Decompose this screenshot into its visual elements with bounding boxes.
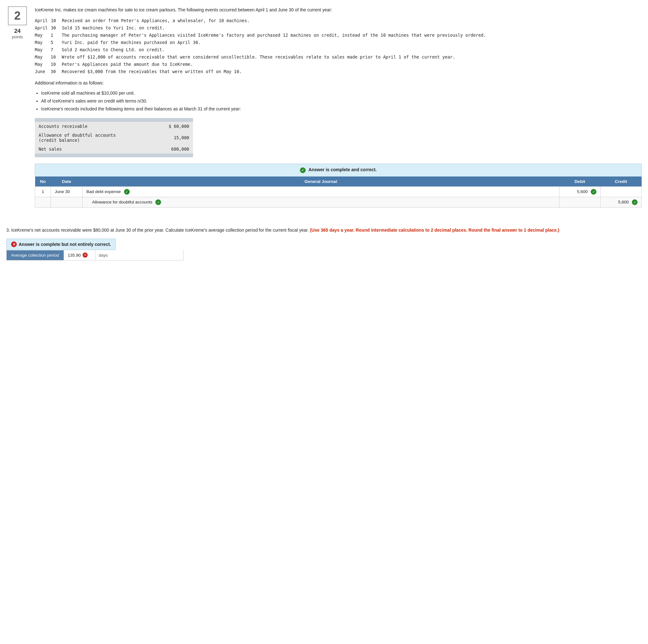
balance-row: Accounts receivable $ 60,000 xyxy=(35,122,193,131)
question-number: 2 xyxy=(14,9,20,22)
points-label: points xyxy=(12,35,23,39)
question-number-badge: 2 xyxy=(8,6,27,25)
event-day: 10 xyxy=(51,53,59,61)
journal-debit: 5,600 ✓ xyxy=(559,186,600,197)
description-check-icon: ✓ xyxy=(155,199,161,205)
event-month: April xyxy=(35,24,48,32)
balance-label: Allowance of doubtful accounts (credit b… xyxy=(35,131,136,145)
q3-instruction: (Use 365 days a year. Round intermediate… xyxy=(310,227,559,232)
x-icon: ✕ xyxy=(11,241,17,247)
event-desc: The purchasing manager of Peter's Applia… xyxy=(62,32,642,39)
col-no: No xyxy=(35,176,51,187)
balance-value: 15,000 xyxy=(136,131,193,145)
question-2-block: 2 24 points IceKreme Inc. makes ice crea… xyxy=(6,6,642,217)
answer-banner-correct: ✓ Answer is complete and correct. xyxy=(35,164,642,176)
credit-check-icon: ✓ xyxy=(632,199,638,205)
bullet-item: IceKreme sold all machines at $10,000 pe… xyxy=(41,89,642,97)
journal-header-row: No Date General Journal Debit Credit xyxy=(35,176,642,187)
event-desc: Sold 15 machines to Yuri Inc. on credit. xyxy=(62,24,642,32)
event-day: 30 xyxy=(51,68,59,75)
journal-date: June 30 xyxy=(51,186,83,197)
journal-no: 1 xyxy=(35,186,51,197)
balance-value: 600,000 xyxy=(136,145,193,154)
event-desc: Recovered $3,000 from the receivables th… xyxy=(62,68,642,75)
question-3-block: 3. IceKreme's net accounts receivable we… xyxy=(6,227,642,260)
balance-label: Net sales xyxy=(35,145,136,154)
event-row: May 10 Peter's Appliances paid the amoun… xyxy=(35,61,642,68)
journal-no xyxy=(35,197,51,207)
event-row: June 30 Recovered $3,000 from the receiv… xyxy=(35,68,642,75)
journal-credit xyxy=(600,186,642,197)
event-month: April xyxy=(35,17,48,24)
col-date: Date xyxy=(51,176,83,187)
balance-row: Net sales 600,000 xyxy=(35,145,193,154)
event-day: 10 xyxy=(51,61,59,68)
event-day: 5 xyxy=(51,39,59,46)
events-list: April 10 Received an order from Peter's … xyxy=(35,17,642,75)
journal-description-indented: Allowance for doubtful accounts ✓ xyxy=(83,197,559,207)
q3-text-before: 3. IceKreme's net accounts receivable we… xyxy=(6,227,309,232)
journal-row: 1 June 30 Bad debt expense ✓ 5,600 ✓ xyxy=(35,186,642,197)
event-row: May 7 Sold 2 machines to Cheng Ltd. on c… xyxy=(35,46,642,53)
check-icon: ✓ xyxy=(300,167,306,173)
event-row: May 1 The purchasing manager of Peter's … xyxy=(35,32,642,39)
journal-date xyxy=(51,197,83,207)
answer-value: 135.90 xyxy=(68,253,81,258)
journal-credit: 5,600 ✓ xyxy=(600,197,642,207)
col-debit: Debit xyxy=(559,176,600,187)
journal-debit xyxy=(559,197,600,207)
event-month: May xyxy=(35,39,48,46)
balance-value: $ 60,000 xyxy=(136,122,193,131)
answer-x-icon: ✕ xyxy=(83,253,88,258)
event-day: 10 xyxy=(51,17,59,24)
event-desc: Peter's Appliances paid the amount due t… xyxy=(62,61,642,68)
balance-table: Accounts receivable $ 60,000 Allowance o… xyxy=(35,118,193,157)
answer-label: Average collection period xyxy=(7,250,64,260)
event-month: June xyxy=(35,68,48,75)
additional-info-label: Additional information is as follows: xyxy=(35,80,642,86)
col-credit: Credit xyxy=(600,176,642,187)
event-row: April 30 Sold 15 machines to Yuri Inc. o… xyxy=(35,24,642,32)
event-desc: Yuri Inc. paid for the machines purchase… xyxy=(62,39,642,46)
question-2-content: IceKreme Inc. makes ice cream machines f… xyxy=(35,6,642,217)
event-month: May xyxy=(35,61,48,68)
event-month: May xyxy=(35,53,48,61)
bullet-item: All of IceKreme's sales were on credit w… xyxy=(41,97,642,105)
col-general-journal: General Journal xyxy=(83,176,559,187)
q3-text: 3. IceKreme's net accounts receivable we… xyxy=(6,227,642,233)
answer-value-cell[interactable]: 135.90 ✕ xyxy=(64,250,95,260)
description-check-icon: ✓ xyxy=(124,189,130,195)
points-value: 24 xyxy=(14,28,20,35)
event-desc: Received an order from Peter's Appliance… xyxy=(62,17,642,24)
partial-answer-banner: ✕ Answer is complete but not entirely co… xyxy=(6,238,116,250)
partial-banner-text: Answer is complete but not entirely corr… xyxy=(19,242,111,247)
answer-banner-text: Answer is complete and correct. xyxy=(309,167,377,172)
event-day: 30 xyxy=(51,24,59,32)
event-month: May xyxy=(35,32,48,39)
event-day: 7 xyxy=(51,46,59,53)
answer-row: Average collection period 135.90 ✕ days xyxy=(6,250,183,260)
event-day: 1 xyxy=(51,32,59,39)
partial-banner-wrap: ✕ Answer is complete but not entirely co… xyxy=(6,238,183,260)
event-row: April 10 Received an order from Peter's … xyxy=(35,17,642,24)
event-row: May 10 Wrote off $12,000 of accounts rec… xyxy=(35,53,642,61)
bullet-item: IceKreme's records included the followin… xyxy=(41,105,642,113)
journal-description: Bad debt expense ✓ xyxy=(83,186,559,197)
debit-check-icon: ✓ xyxy=(591,189,596,195)
journal-table: No Date General Journal Debit Credit 1 J… xyxy=(35,176,642,208)
balance-label: Accounts receivable xyxy=(35,122,136,131)
question-number-section: 2 24 points xyxy=(6,6,29,217)
event-row: May 5 Yuri Inc. paid for the machines pu… xyxy=(35,39,642,46)
event-desc: Sold 2 machines to Cheng Ltd. on credit. xyxy=(62,46,642,53)
journal-row: Allowance for doubtful accounts ✓ 5,600 … xyxy=(35,197,642,207)
question-intro: IceKreme Inc. makes ice cream machines f… xyxy=(35,6,642,13)
bullet-list: IceKreme sold all machines at $10,000 pe… xyxy=(35,89,642,113)
event-desc: Wrote off $12,000 of accounts receivable… xyxy=(62,53,642,61)
answer-unit: days xyxy=(95,250,111,260)
balance-row: Allowance of doubtful accounts (credit b… xyxy=(35,131,193,145)
event-month: May xyxy=(35,46,48,53)
